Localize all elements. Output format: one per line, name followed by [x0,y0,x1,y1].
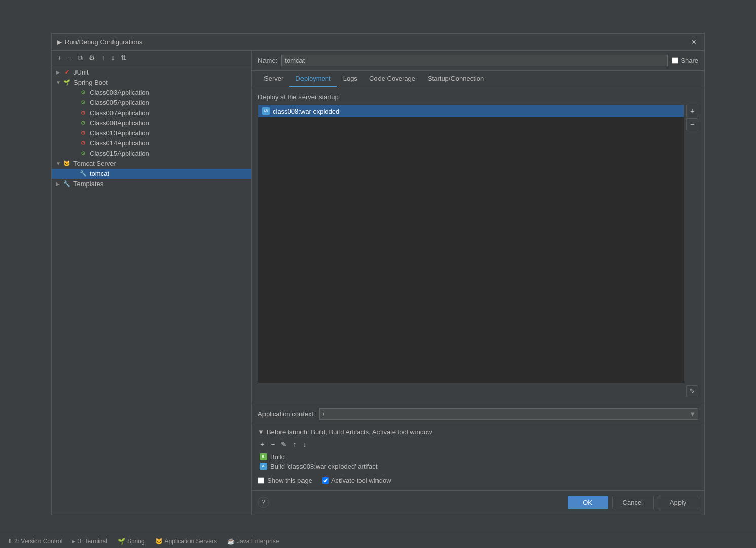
deploy-edit-button[interactable]: ✎ [686,385,698,397]
deploy-section: Deploy at the server startup W class008:… [252,87,704,404]
apply-button[interactable]: Apply [658,496,698,509]
before-launch-remove-button[interactable]: − [268,439,277,449]
bottom-left: ? [258,497,269,508]
tab-code-coverage[interactable]: Code Coverage [363,71,422,87]
taskbar-spring[interactable]: 🌱 Spring [114,536,149,546]
config-tree: ▶ ✔ JUnit ▼ 🌱 Spring Boot ⚙ Class003Appl… [52,65,251,515]
tab-server[interactable]: Server [258,71,289,87]
tree-item-tomcat[interactable]: 🔧 tomcat [52,169,251,179]
taskbar-spring-icon: 🌱 [118,538,125,545]
before-launch-item-1-label: Build 'class008:war exploded' artifact [270,463,377,470]
tree-item-junit[interactable]: ▶ ✔ JUnit [52,67,251,78]
tree-item-class015-label: Class015Application [90,150,149,157]
activate-tool-window-group: Activate tool window [322,477,391,484]
class014-icon: ⚙ [79,139,87,148]
taskbar-version-control[interactable]: ⬆ 2: Version Control [3,536,66,546]
tree-item-templates[interactable]: ▶ 🔧 Templates [52,179,251,189]
taskbar-app-servers[interactable]: 🐱 Application Servers [151,536,221,546]
taskbar-terminal-icon: ▸ [72,538,75,545]
before-launch-edit-button[interactable]: ✎ [278,439,289,449]
before-launch-toolbar: + − ✎ ↑ ↓ [258,439,698,449]
move-down-button[interactable]: ↓ [108,53,117,63]
tree-item-class014[interactable]: ⚙ Class014Application [52,138,251,149]
bottom-right: OK Cancel Apply [568,496,698,509]
app-context-input[interactable] [320,409,687,419]
activate-tool-window-checkbox[interactable] [322,477,329,484]
templates-icon: 🔧 [63,180,71,188]
tree-item-class007[interactable]: ⚙ Class007Application [52,108,251,118]
before-launch-up-button[interactable]: ↑ [290,439,299,449]
show-this-page-label[interactable]: Show this page [267,477,312,484]
deploy-section-label: Deploy at the server startup [258,93,698,101]
app-context-label: Application context: [258,410,315,418]
activate-tool-window-label[interactable]: Activate tool window [331,477,391,484]
tab-logs[interactable]: Logs [337,71,363,87]
show-this-page-group: Show this page [258,477,312,484]
tabs-bar: Server Deployment Logs Code Coverage Sta… [252,71,704,87]
tree-item-tomcat-label: tomcat [90,170,109,177]
tree-item-junit-label: JUnit [73,68,89,76]
before-launch-title: Before launch: Build, Build Artifacts, A… [267,428,432,436]
class003-icon: ⚙ [79,89,87,97]
class015-icon: ⚙ [79,150,87,158]
deploy-remove-button[interactable]: − [686,118,698,130]
tree-item-class013[interactable]: ⚙ Class013Application [52,128,251,138]
help-button[interactable]: ? [258,497,269,508]
show-this-page-checkbox[interactable] [258,477,264,484]
tree-item-class015[interactable]: ⚙ Class015Application [52,149,251,159]
dialog-title: ▶ Run/Debug Configurations [57,38,142,46]
name-label: Name: [258,57,277,64]
add-configuration-button[interactable]: + [55,53,64,63]
taskbar-terminal-label: 3: Terminal [78,538,107,545]
copy-configuration-button[interactable]: ⧉ [75,53,85,63]
app-context-input-wrap: ▼ [319,408,698,420]
move-up-button[interactable]: ↑ [99,53,107,63]
share-label: Share [681,57,698,64]
deploy-list: W class008:war exploded [258,105,684,383]
tree-item-spring-boot[interactable]: ▼ 🌱 Spring Boot [52,78,251,88]
edit-btn-container: ✎ [258,385,698,397]
build-icon: B [260,453,267,460]
class007-icon: ⚙ [79,109,87,117]
bottom-bar: ? OK Cancel Apply [252,490,704,515]
junit-icon: ✔ [63,68,71,77]
name-input[interactable] [281,55,668,66]
deploy-item-0[interactable]: W class008:war exploded [258,105,684,117]
tree-item-spring-boot-label: Spring Boot [73,79,108,86]
tree-item-class003-label: Class003Application [90,89,149,96]
app-context-dropdown-icon[interactable]: ▼ [687,409,698,419]
tree-item-class005[interactable]: ⚙ Class005Application [52,98,251,108]
before-launch-header[interactable]: ▼ Before launch: Build, Build Artifacts,… [258,428,698,436]
class005-icon: ⚙ [79,99,87,107]
taskbar-terminal[interactable]: ▸ 3: Terminal [68,536,111,546]
taskbar-vc-icon: ⬆ [7,538,12,545]
tree-item-tomcat-server[interactable]: ▼ 🐱 Tomcat Server [52,159,251,169]
left-toolbar: + − ⧉ ⚙ ↑ ↓ ⇅ [52,51,251,65]
tree-item-class014-label: Class014Application [90,139,149,147]
settings-button[interactable]: ⚙ [86,53,98,63]
tab-startup-connection[interactable]: Startup/Connection [422,71,490,87]
ok-button[interactable]: OK [568,496,608,509]
tree-item-class003[interactable]: ⚙ Class003Application [52,88,251,98]
spring-boot-icon: 🌱 [63,79,71,87]
before-launch-down-button[interactable]: ↓ [300,439,309,449]
taskbar-java-enterprise[interactable]: ☕ Java Enterprise [223,536,283,546]
tree-item-templates-label: Templates [73,180,103,188]
dialog-close-button[interactable]: × [689,37,699,47]
tree-item-class008[interactable]: ⚙ Class008Application [52,118,251,128]
taskbar-app-servers-icon: 🐱 [155,538,163,545]
right-panel: Name: Share Server Deployment Logs Code … [252,51,704,515]
cancel-button[interactable]: Cancel [612,496,654,509]
artifact-icon: A [260,463,267,470]
before-launch-add-button[interactable]: + [258,439,267,449]
tab-deployment[interactable]: Deployment [289,71,336,87]
arrow-icon: ▶ [56,69,63,75]
deploy-add-button[interactable]: + [686,105,698,117]
before-launch-item-0: B Build [258,452,698,462]
taskbar-vc-label: 2: Version Control [14,538,62,545]
share-checkbox[interactable] [672,57,678,64]
remove-configuration-button[interactable]: − [65,53,74,63]
before-launch-item-0-label: Build [270,453,285,461]
run-icon: ▶ [57,38,62,46]
sort-button[interactable]: ⇅ [118,53,129,63]
